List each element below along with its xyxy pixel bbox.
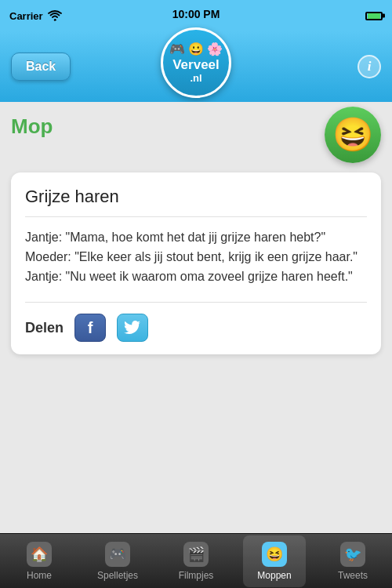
tab-spelletjes[interactable]: 🎮 Spelletjes xyxy=(86,535,149,587)
joke-card: Grijze haren Jantje: "Mama, hoe komt het… xyxy=(11,172,381,354)
moppen-icon: 😆 xyxy=(262,542,287,567)
battery-icon xyxy=(365,12,383,20)
status-time: 10:00 PM xyxy=(172,8,220,20)
joke-body: Jantje: "Mama, hoe komt het dat jij grij… xyxy=(25,228,367,286)
logo-text-main: Verveel xyxy=(172,58,220,73)
logo-game-icon: 🎮 xyxy=(169,42,185,56)
battery-fill xyxy=(368,13,380,19)
tab-spelletjes-label: Spelletjes xyxy=(97,570,138,581)
svg-point-0 xyxy=(53,19,55,20)
tweets-icon: 🐦 xyxy=(340,542,365,567)
app-logo: 🎮 😀 🌸 Verveel .nl xyxy=(161,27,231,98)
carrier-wifi: Carrier xyxy=(9,10,62,22)
home-icon: 🏠 xyxy=(27,542,52,567)
joke-title: Grijze haren xyxy=(25,187,367,217)
wifi-icon xyxy=(48,10,62,21)
facebook-button[interactable]: f xyxy=(74,314,106,342)
facebook-icon: f xyxy=(88,319,93,337)
tab-tweets[interactable]: 🐦 Tweets xyxy=(321,535,384,587)
battery-container xyxy=(365,12,383,20)
status-bar: Carrier 10:00 PM xyxy=(0,0,392,31)
back-button[interactable]: Back xyxy=(11,53,71,81)
carrier-label: Carrier xyxy=(9,10,43,22)
mop-title-row: Mop 😆 xyxy=(11,114,381,163)
logo-smile-icon: 😀 xyxy=(188,42,204,56)
tab-bar: 🏠 Home 🎮 Spelletjes 🎬 Filmpjes 😆 Moppen … xyxy=(0,533,392,588)
smiley-badge: 😆 xyxy=(325,107,381,163)
game-icon: 🎮 xyxy=(105,542,130,567)
smiley-icon: 😆 xyxy=(332,118,373,151)
tab-moppen-label: Moppen xyxy=(257,570,291,581)
tab-tweets-label: Tweets xyxy=(338,570,368,581)
tab-filmpjes-label: Filmpjes xyxy=(179,570,214,581)
info-button[interactable]: i xyxy=(358,55,381,78)
section-title: Mop xyxy=(11,114,53,139)
share-label: Delen xyxy=(25,320,64,336)
logo-text-sub: .nl xyxy=(190,72,201,84)
twitter-bird-icon xyxy=(124,321,141,335)
app-header: Back 🎮 😀 🌸 Verveel .nl i xyxy=(0,31,392,102)
logo-icons-row: 🎮 😀 🌸 xyxy=(169,42,223,56)
twitter-button[interactable] xyxy=(117,314,148,342)
main-content: Mop 😆 Grijze haren Jantje: "Mama, hoe ko… xyxy=(0,102,392,549)
tab-home[interactable]: 🏠 Home xyxy=(8,535,71,587)
tab-filmpjes[interactable]: 🎬 Filmpjes xyxy=(165,535,227,587)
share-row: Delen f xyxy=(25,302,367,342)
tab-home-label: Home xyxy=(27,570,52,581)
logo-flower-icon: 🌸 xyxy=(207,42,223,56)
film-icon: 🎬 xyxy=(183,542,209,567)
tab-moppen[interactable]: 😆 Moppen xyxy=(243,535,306,587)
